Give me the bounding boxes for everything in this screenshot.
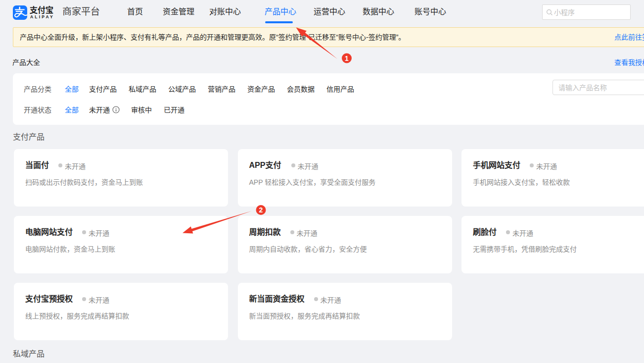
svg-text:2: 2 (259, 206, 263, 214)
svg-text:1: 1 (345, 54, 349, 62)
